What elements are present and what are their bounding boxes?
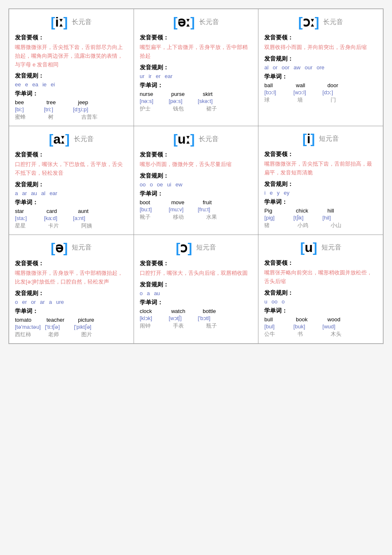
word-item: move [171, 199, 196, 205]
desc-title: 发音要领： [15, 260, 128, 267]
description-text: 嘴唇微微张开，舌身放平，舌中部稍微抬起，比发[əː]时放低些，口腔自然，轻松发声 [15, 269, 128, 286]
word-item: tomato [15, 317, 40, 323]
rules-title: 发音规则： [140, 281, 253, 289]
meaning-item: 护士 [140, 105, 165, 112]
phoneme-cell-ə: [ə]短元音发音要领：嘴唇微微张开，舌身放平，舌中部稍微抬起，比发[əː]时放低… [9, 235, 134, 344]
rule-item: o [140, 290, 143, 296]
word-item: aunt [78, 208, 103, 214]
word-item: nurse [140, 91, 165, 97]
meaning-item: 阿姨 [81, 222, 106, 230]
meaning-item: 手表 [173, 322, 198, 330]
phonetic-item: [skəːt] [198, 98, 223, 104]
meaning-item: 闹钟 [140, 322, 165, 330]
words-title: 学单词： [140, 82, 253, 89]
cell-header: [əː]长元音 [140, 14, 253, 30]
rules-title: 发音规则： [140, 64, 253, 71]
word-item: boot [140, 199, 165, 205]
words-title: 学单词： [140, 299, 253, 306]
cell-header: [aː]长元音 [15, 131, 128, 147]
rules-title: 发音规则： [264, 55, 377, 63]
sound-type-label: 长元音 [199, 135, 219, 144]
meaning-item: 卡片 [48, 222, 73, 230]
desc-title: 发音要领： [15, 151, 128, 159]
desc-title: 发音要领： [264, 151, 377, 158]
rule-item: oe [157, 181, 163, 188]
word-item: watch [171, 308, 196, 314]
rule-item: a [147, 290, 150, 296]
rules-title: 发音规则： [264, 289, 377, 297]
phonetics-row: [bul][buk][wud] [264, 323, 377, 330]
word-item: ball [264, 82, 289, 88]
rule-item: ey [284, 190, 290, 196]
rule-item: ear [165, 73, 173, 79]
phoneme-cell-iː: [iː]长元音发音要领：嘴唇微微张开，舌尖抵下齿，舌前部尽力向上抬起，嘴角向两边… [9, 9, 134, 126]
description-text: 嘴形小而圆，微微外突，舌头尽量后缩 [140, 160, 253, 169]
rule-item: ee [15, 81, 21, 88]
meaning-item: 门 [331, 96, 355, 104]
meaning-item: 图片 [81, 331, 106, 338]
phonetic-item: [staː] [15, 215, 40, 221]
rule-item: oor [282, 64, 290, 71]
phonetics-row: [staː][kaːd][aːnt] [15, 215, 128, 221]
words-row: bootmovefruit [140, 199, 253, 205]
rule-item: ei [51, 81, 55, 88]
meanings-row: 星星卡片阿姨 [15, 222, 128, 230]
sound-type-label: 长元音 [74, 135, 94, 144]
sound-type-label: 短元音 [72, 243, 92, 252]
rule-item: ir [149, 73, 151, 79]
phonetics-row: [pig][tʃik][hil] [264, 215, 377, 221]
word-item: door [327, 82, 352, 88]
rule-item: oo [272, 298, 278, 305]
sound-type-label: 短元音 [196, 243, 216, 252]
description-text: 嘴唇微微张开，舌尖抵下齿，舌前部抬高，最扁平，发音短而清脆 [264, 160, 377, 177]
description-text: 嘴型扁平，上下齿微开，舌身平放，舌中部稍拾起 [140, 43, 253, 61]
word-item: picture [78, 317, 103, 323]
word-item: tree [46, 99, 71, 105]
rule-item: o [15, 299, 18, 305]
phoneme-cell-aː: [aː]长元音发音要领：口腔打开，嘴张大，下巴放低，舌平放，舌尖不抵下齿，轻松发… [9, 126, 134, 235]
description-text: 嘴唇微微张开，舌尖抵下齿，舌前部尽力向上抬起，嘴角向两边张开，流露出微笑的表情，… [15, 43, 128, 69]
words-title: 学单词： [15, 308, 128, 315]
cell-header: [u]短元音 [264, 240, 377, 255]
meaning-item: 猪 [264, 222, 289, 229]
phonetic-item: [bɔːl] [264, 89, 289, 95]
sound-type-label: 长元音 [199, 18, 219, 27]
words-title: 学单词： [15, 90, 128, 98]
meaning-item: 蜜蜂 [15, 113, 40, 121]
rules-row: ieyey [264, 190, 377, 196]
meanings-row: 闹钟手表瓶子 [140, 322, 253, 330]
word-item: wall [296, 82, 321, 88]
rule-item: ar [22, 190, 27, 196]
word-item: chick [296, 208, 321, 214]
meaning-item: 钱包 [173, 105, 198, 112]
phonetic-item: [bul] [264, 323, 289, 330]
meaning-item: 墙 [297, 96, 322, 104]
phonetic-item: [triː] [44, 106, 69, 112]
word-item: card [46, 208, 71, 214]
word-item: purse [171, 91, 196, 97]
words-row: ballwalldoor [264, 82, 377, 88]
rule-item: a [15, 190, 18, 196]
meaning-item: 木头 [331, 330, 355, 338]
rule-item: aw [294, 64, 301, 71]
rule-item: au [154, 290, 160, 296]
cell-header: [ɔː]长元音 [264, 14, 377, 30]
phonetics-row: [nəːs][pəːs][skəːt] [140, 98, 253, 104]
rules-row: oaau [140, 290, 253, 296]
meanings-row: 球墙门 [264, 96, 377, 104]
words-row: clockwatchbottle [140, 308, 253, 314]
phoneme-symbol: [əː] [173, 14, 195, 30]
phonetic-item: [kaːd] [44, 215, 69, 221]
desc-title: 发音要领： [140, 151, 253, 159]
rule-item: al [41, 190, 45, 196]
meaning-item: 树 [48, 113, 73, 121]
rule-item: a [49, 299, 52, 305]
phoneme-symbol: [ə] [51, 240, 68, 256]
rule-item: e [270, 190, 273, 196]
rules-row: uooo [264, 298, 377, 305]
meaning-item: 公牛 [264, 330, 289, 338]
phonetics-row: [biː][triː][dʒiːp] [15, 106, 128, 112]
phonetics-grid: [iː]长元音发音要领：嘴唇微微张开，舌尖抵下齿，舌前部尽力向上抬起，嘴角向两边… [9, 9, 383, 344]
phonetic-item: [buk] [293, 323, 318, 330]
phoneme-symbol: [ɔː] [298, 14, 319, 30]
